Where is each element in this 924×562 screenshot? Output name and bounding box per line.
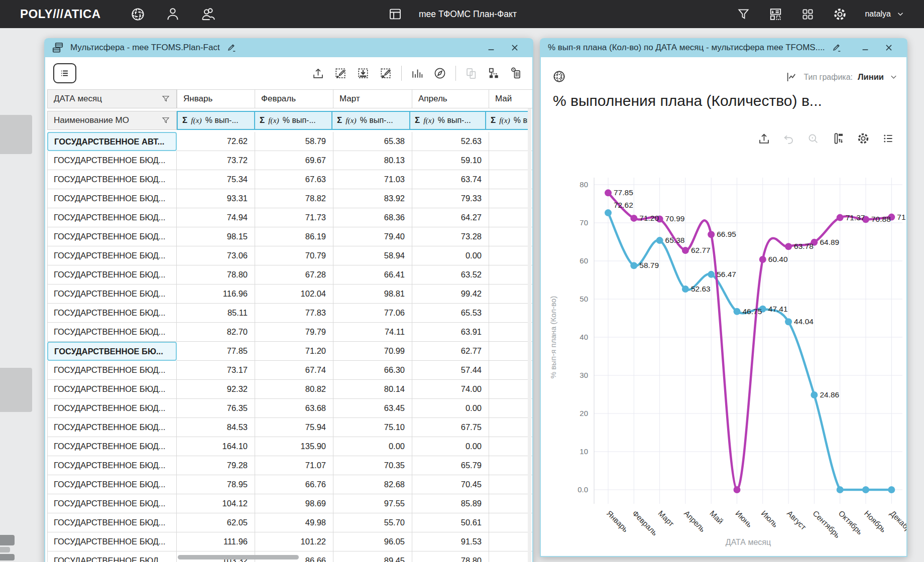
value-cell[interactable]	[489, 132, 532, 151]
mo-name-cell[interactable]: ГОСУДАРСТВЕННОЕ БЮД...	[47, 494, 177, 513]
value-cell[interactable]: 67.28	[255, 265, 333, 285]
value-cell[interactable]: 77.06	[333, 304, 412, 323]
value-cell[interactable]: 69.67	[255, 151, 333, 170]
value-cell[interactable]: 93.31	[177, 189, 255, 208]
data-point[interactable]	[759, 256, 766, 263]
mo-name-cell[interactable]: ГОСУДАРСТВЕННОЕ БЮД...	[47, 551, 177, 562]
measure-header[interactable]: Σf(x)% вып-...	[177, 111, 255, 130]
chart-settings-icon[interactable]	[856, 131, 870, 146]
value-cell[interactable]	[489, 551, 532, 562]
mo-name-cell[interactable]: ГОСУДАРСТВЕННОЕ БЮД...	[47, 399, 177, 418]
mo-name-cell[interactable]: ГОСУДАРСТВЕННОЕ БЮД...	[47, 323, 177, 342]
value-cell[interactable]: 0.00	[333, 437, 412, 456]
mo-name-cell[interactable]: ГОСУДАРСТВЕННОЕ БЮД...	[47, 246, 177, 265]
value-cell[interactable]	[489, 494, 532, 513]
value-cell[interactable]: 73.17	[177, 361, 255, 380]
value-cell[interactable]: 52.63	[412, 132, 489, 151]
close-button[interactable]	[509, 42, 520, 53]
value-cell[interactable]: 101.22	[255, 532, 333, 551]
data-point[interactable]	[837, 214, 844, 221]
value-cell[interactable]: 104.12	[177, 494, 255, 513]
month-header[interactable]: Февраль	[255, 89, 333, 108]
mo-name-cell[interactable]: ГОСУДАРСТВЕННОЕ АВТ...	[47, 132, 177, 151]
value-cell[interactable]: 58.94	[333, 246, 412, 265]
data-point[interactable]	[734, 486, 741, 493]
measure-header[interactable]: Σf(x)% вып-...	[409, 111, 486, 130]
data-point[interactable]	[708, 271, 715, 278]
value-cell[interactable]: 73.72	[177, 151, 255, 170]
data-point[interactable]	[605, 189, 612, 196]
value-cell[interactable]: 70.35	[333, 456, 412, 475]
user-menu[interactable]: natalya	[865, 10, 905, 19]
data-point[interactable]	[785, 318, 792, 325]
value-cell[interactable]: 84.53	[177, 418, 255, 437]
user-icon[interactable]	[165, 6, 181, 22]
value-cell[interactable]: 65.79	[412, 456, 489, 475]
value-cell[interactable]: 65.38	[333, 132, 412, 151]
value-cell[interactable]	[489, 227, 532, 246]
rename-icon[interactable]	[226, 42, 237, 53]
mo-name-cell[interactable]: ГОСУДАРСТВЕННОЕ БЮД...	[47, 170, 177, 189]
edit-add-icon[interactable]	[333, 66, 348, 80]
swap-axes-icon[interactable]	[831, 131, 845, 146]
data-point[interactable]	[656, 237, 663, 244]
month-header[interactable]: Январь	[177, 89, 255, 108]
chart-titlebar[interactable]: % вып-я плана (Кол-во) по ДАТА месяц - м…	[540, 38, 907, 57]
value-cell[interactable]: 49.98	[255, 513, 333, 532]
value-cell[interactable]: 77.85	[177, 342, 255, 361]
value-cell[interactable]: 57.44	[412, 361, 489, 380]
value-cell[interactable]	[489, 513, 532, 532]
value-cell[interactable]: 67.63	[255, 170, 333, 189]
value-cell[interactable]: 66.76	[255, 475, 333, 494]
mo-name-cell[interactable]: ГОСУДАРСТВЕННОЕ БЮД...	[47, 532, 177, 551]
legend-list-icon[interactable]	[881, 131, 895, 146]
value-cell[interactable]: 70.99	[333, 342, 412, 361]
value-cell[interactable]	[489, 208, 532, 227]
edit-remove-icon[interactable]	[379, 66, 393, 80]
value-cell[interactable]: 66.30	[333, 361, 412, 380]
filter-icon[interactable]	[161, 116, 170, 125]
value-cell[interactable]: 75.34	[177, 170, 255, 189]
value-cell[interactable]: 89.45	[333, 551, 412, 562]
filter-icon[interactable]	[161, 94, 170, 103]
value-cell[interactable]: 55.70	[333, 513, 412, 532]
value-cell[interactable]: 73.28	[412, 227, 489, 246]
close-button[interactable]	[883, 42, 894, 53]
measure-header[interactable]: Σf(x)% вып-...	[485, 111, 530, 130]
value-cell[interactable]: 78.95	[177, 475, 255, 494]
mo-dimension-header[interactable]: Наименование МО	[47, 111, 177, 130]
mo-name-cell[interactable]: ГОСУДАРСТВЕННОЕ БЮД...	[47, 513, 177, 532]
value-cell[interactable]: 64.27	[412, 208, 489, 227]
value-cell[interactable]: 85.11	[177, 304, 255, 323]
value-cell[interactable]	[489, 456, 532, 475]
value-cell[interactable]	[489, 475, 532, 494]
value-cell[interactable]: 0.00	[412, 437, 489, 456]
mo-name-cell[interactable]: ГОСУДАРСТВЕННОЕ БЮД...	[47, 475, 177, 494]
value-cell[interactable]: 79.40	[333, 227, 412, 246]
settings-gear-icon[interactable]	[832, 7, 848, 22]
data-point[interactable]	[785, 243, 792, 250]
mo-name-cell[interactable]: ГОСУДАРСТВЕННОЕ БЮД...	[47, 227, 177, 246]
data-point[interactable]	[862, 486, 869, 493]
menu-button[interactable]	[53, 63, 76, 83]
data-point[interactable]	[630, 262, 637, 269]
month-header[interactable]: Май	[489, 89, 532, 108]
rename-icon[interactable]	[831, 42, 842, 53]
mo-name-cell[interactable]: ГОСУДАРСТВЕННОЕ БЮД...	[47, 437, 177, 456]
value-cell[interactable]: 63.52	[412, 265, 489, 285]
mo-name-cell[interactable]: ГОСУДАРСТВЕННОЕ БЮД...	[47, 304, 177, 323]
workspace-icon[interactable]	[388, 7, 403, 22]
value-cell[interactable]: 71.07	[255, 456, 333, 475]
value-cell[interactable]: 91.53	[412, 532, 489, 551]
value-cell[interactable]: 77.83	[255, 304, 333, 323]
minimized-window-tab[interactable]	[0, 535, 15, 545]
value-cell[interactable]: 80.82	[255, 380, 333, 399]
multisphere-titlebar[interactable]: Мультисфера - mee TFOMS.Plan-Fact	[44, 38, 533, 57]
window-layout-icon[interactable]	[768, 7, 783, 22]
value-cell[interactable]: 86.19	[255, 227, 333, 246]
value-cell[interactable]: 82.68	[333, 475, 412, 494]
value-cell[interactable]	[489, 399, 532, 418]
mo-name-cell[interactable]: ГОСУДАРСТВЕННОЕ БЮД...	[47, 418, 177, 437]
vertical-scrollbar[interactable]	[528, 108, 531, 562]
value-cell[interactable]: 98.69	[255, 494, 333, 513]
